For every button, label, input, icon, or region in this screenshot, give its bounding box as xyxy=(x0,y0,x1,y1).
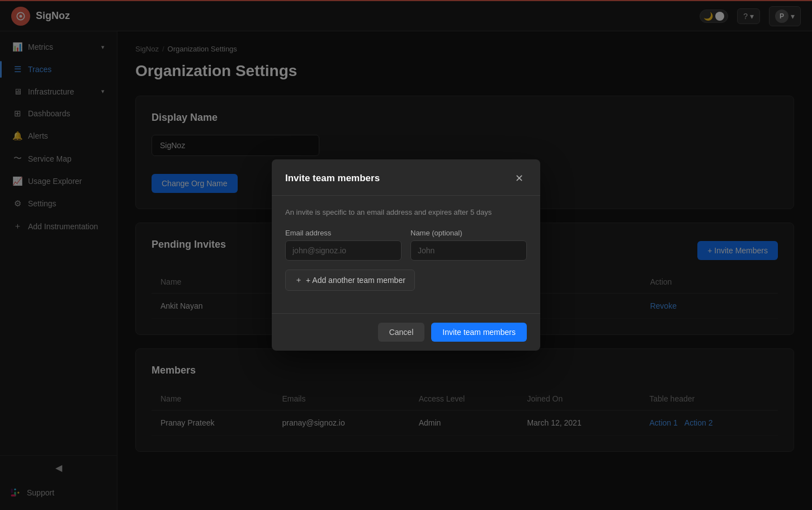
email-input[interactable] xyxy=(285,240,402,261)
add-another-member-button[interactable]: ＋ + Add another team member xyxy=(285,270,415,291)
invite-label: Invite team members xyxy=(442,328,516,337)
invite-team-members-button[interactable]: Invite team members xyxy=(431,323,527,342)
modal-close-button[interactable]: ✕ xyxy=(511,171,527,186)
modal-header: Invite team members ✕ xyxy=(272,159,540,196)
modal-title: Invite team members xyxy=(285,173,380,184)
modal-footer: Cancel Invite team members xyxy=(272,313,540,351)
modal-overlay: Invite team members ✕ An invite is speci… xyxy=(0,0,812,510)
add-member-plus-icon: ＋ xyxy=(295,275,303,285)
add-member-label: + Add another team member xyxy=(306,276,405,285)
email-label: Email address xyxy=(285,229,402,237)
name-input[interactable] xyxy=(410,240,527,261)
cancel-label: Cancel xyxy=(389,328,414,337)
email-form-group: Email address xyxy=(285,229,402,261)
invite-modal: Invite team members ✕ An invite is speci… xyxy=(272,159,540,351)
modal-body: An invite is specific to an email addres… xyxy=(272,196,540,314)
cancel-button[interactable]: Cancel xyxy=(378,323,425,342)
form-row: Email address Name (optional) xyxy=(285,229,527,261)
modal-description: An invite is specific to an email addres… xyxy=(285,207,527,218)
name-label: Name (optional) xyxy=(410,229,527,237)
name-form-group: Name (optional) xyxy=(410,229,527,261)
